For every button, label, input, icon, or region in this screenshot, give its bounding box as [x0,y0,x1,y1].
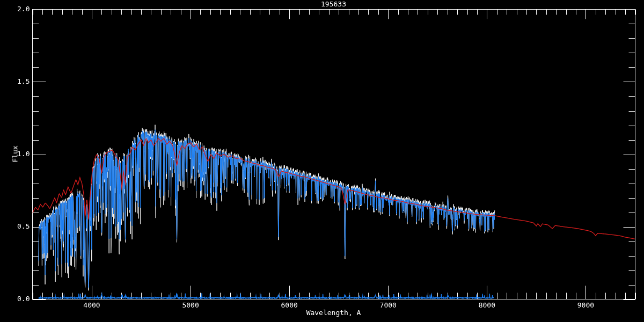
spectrum-plot-window: 195633 Flux Wavelength, A [0,0,644,322]
x-axis-label: Wavelength, A [32,309,635,317]
spectrum-plot-canvas [0,0,644,322]
plot-title: 195633 [32,0,635,8]
y-axis-label: Flux [11,145,19,162]
